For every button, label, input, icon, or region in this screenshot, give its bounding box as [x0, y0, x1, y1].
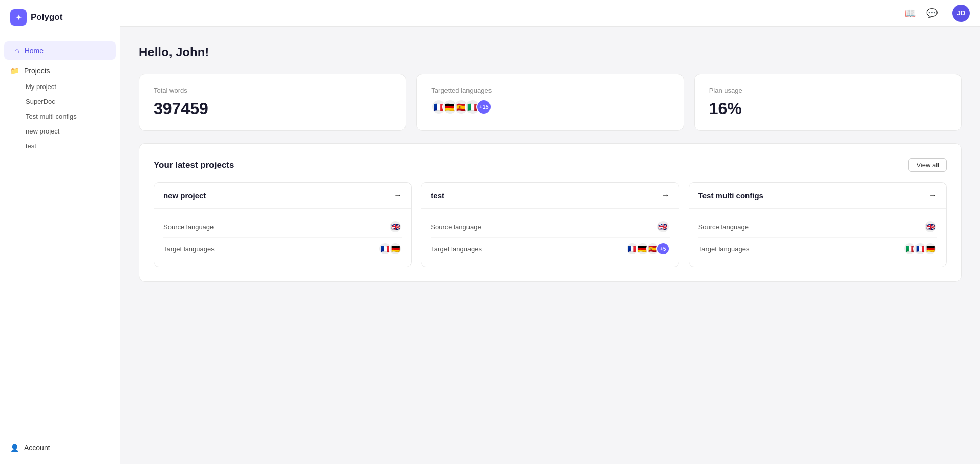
target-flags-1: 🇫🇷 🇩🇪 🇪🇸 +5 [626, 242, 670, 255]
project-card-body-0: Source language 🇬🇧 Target languages 🇫🇷 🇩… [154, 209, 411, 267]
target-lang-label-1: Target languages [431, 245, 482, 253]
source-lang-label-0: Source language [163, 223, 214, 231]
source-lang-row-1: Source language 🇬🇧 [431, 216, 669, 237]
logo-icon: ✦ [10, 9, 27, 26]
home-icon: ⌂ [14, 46, 19, 55]
page-content: Hello, John! Total words 397459 Targette… [120, 27, 980, 300]
source-flag-gb-0: 🇬🇧 [389, 220, 402, 233]
avatar[interactable]: JD [952, 5, 970, 22]
view-all-button[interactable]: View all [908, 158, 947, 172]
target-lang-label-2: Target languages [698, 245, 750, 253]
source-flags-1: 🇬🇧 [656, 220, 670, 233]
plan-usage-value: 16% [709, 99, 947, 118]
source-flag-gb-1: 🇬🇧 [656, 220, 670, 233]
project-arrow-2[interactable]: → [929, 191, 937, 200]
stats-row: Total words 397459 Targetted languages 🇫… [139, 74, 962, 131]
project-card-1: test → Source language 🇬🇧 Target languag… [421, 182, 679, 267]
app-name: Polygot [31, 12, 62, 23]
logo-area: ✦ Polygot [0, 0, 120, 35]
plan-usage-card: Plan usage 16% [694, 74, 962, 131]
project-card-header-2: Test multi configs → [689, 183, 946, 209]
sidebar-subitem-test[interactable]: test [0, 139, 120, 153]
sidebar-subitem-my-project[interactable]: My project [0, 79, 120, 94]
total-words-label: Total words [154, 86, 391, 94]
project-card-header-1: test → [421, 183, 678, 209]
plan-usage-label: Plan usage [709, 86, 947, 94]
project-grid: new project → Source language 🇬🇧 Target … [154, 182, 947, 267]
target-flag-de-0: 🇩🇪 [389, 242, 402, 255]
language-flags: 🇫🇷 🇩🇪 🇪🇸 🇮🇹 +15 [431, 99, 669, 115]
sidebar-item-projects[interactable]: 📁 Projects [0, 62, 120, 79]
project-name-1: test [431, 191, 444, 200]
folder-icon: 📁 [10, 67, 19, 75]
target-lang-row-1: Target languages 🇫🇷 🇩🇪 🇪🇸 +5 [431, 237, 669, 259]
account-icon: 👤 [10, 444, 19, 452]
greeting: Hello, John! [139, 45, 962, 59]
topbar: 📖 💬 JD [120, 0, 980, 27]
total-words-value: 397459 [154, 99, 391, 118]
project-card-body-1: Source language 🇬🇧 Target languages 🇫🇷 🇩… [421, 209, 678, 267]
source-flags-2: 🇬🇧 [924, 220, 937, 233]
project-arrow-0[interactable]: → [394, 191, 402, 200]
main-content: 📖 💬 JD Hello, John! Total words 397459 T… [120, 0, 980, 464]
sidebar-subitem-test-multi-configs[interactable]: Test multi configs [0, 109, 120, 124]
source-lang-row-0: Source language 🇬🇧 [163, 216, 402, 237]
target-lang-row-0: Target languages 🇫🇷 🇩🇪 [163, 237, 402, 259]
source-flags-0: 🇬🇧 [389, 220, 402, 233]
sidebar-item-home[interactable]: ⌂ Home [4, 41, 116, 60]
target-lang-label-0: Target languages [163, 245, 215, 253]
source-lang-label-2: Source language [698, 223, 749, 231]
header-divider [946, 7, 946, 19]
account-label: Account [24, 444, 50, 452]
sidebar: ✦ Polygot ⌂ Home 📁 Projects My project S… [0, 0, 120, 464]
project-card-2: Test multi configs → Source language 🇬🇧 … [689, 182, 947, 267]
projects-header: Your latest projects View all [154, 158, 947, 172]
sidebar-subitem-superdoc[interactable]: SuperDoc [0, 94, 120, 109]
targeted-languages-label: Targetted languages [431, 86, 669, 94]
target-flags-0: 🇫🇷 🇩🇪 [378, 242, 402, 255]
source-lang-label-1: Source language [431, 223, 481, 231]
source-flag-gb-2: 🇬🇧 [924, 220, 937, 233]
home-label: Home [25, 47, 44, 55]
book-icon[interactable]: 📖 [903, 6, 918, 21]
target-flags-2: 🇮🇹 🇫🇷 🇩🇪 [903, 242, 937, 255]
target-flags-extra-1: +5 [656, 242, 670, 255]
flags-extra: +15 [476, 99, 492, 115]
sidebar-nav: ⌂ Home 📁 Projects My project SuperDoc Te… [0, 35, 120, 431]
project-name-0: new project [163, 191, 206, 200]
project-card-header-0: new project → [154, 183, 411, 209]
project-card-body-2: Source language 🇬🇧 Target languages 🇮🇹 🇫… [689, 209, 946, 267]
projects-label: Projects [24, 67, 50, 75]
latest-projects-card: Your latest projects View all new projec… [139, 143, 962, 282]
total-words-card: Total words 397459 [139, 74, 406, 131]
latest-projects-title: Your latest projects [154, 160, 234, 170]
target-flag-de-2: 🇩🇪 [924, 242, 937, 255]
projects-section: 📁 Projects My project SuperDoc Test mult… [0, 60, 120, 156]
source-lang-row-2: Source language 🇬🇧 [698, 216, 937, 237]
sidebar-item-account[interactable]: 👤 Account [8, 439, 112, 456]
chat-icon[interactable]: 💬 [924, 6, 940, 21]
sidebar-bottom: 👤 Account [0, 431, 120, 464]
targeted-languages-card: Targetted languages 🇫🇷 🇩🇪 🇪🇸 🇮🇹 +15 [416, 74, 684, 131]
project-name-2: Test multi configs [698, 191, 763, 200]
project-card-0: new project → Source language 🇬🇧 Target … [154, 182, 412, 267]
project-arrow-1[interactable]: → [662, 191, 670, 200]
sidebar-subitem-new-project[interactable]: new project [0, 124, 120, 139]
target-lang-row-2: Target languages 🇮🇹 🇫🇷 🇩🇪 [698, 237, 937, 259]
